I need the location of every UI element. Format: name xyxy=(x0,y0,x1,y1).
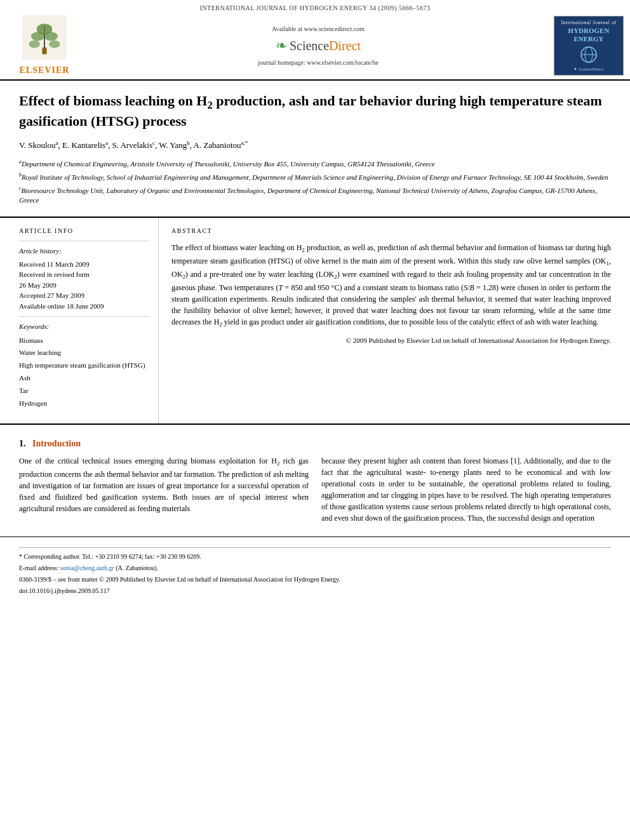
available-online-date: Available online 18 June 2009 xyxy=(19,301,149,312)
keyword-ash: Ash xyxy=(19,372,149,385)
sciencedirect-text: ScienceDirect xyxy=(290,37,361,55)
email-link[interactable]: sonia@cheng.auth.gr xyxy=(60,564,114,571)
main-content: 1. Introduction One of the critical tech… xyxy=(0,425,630,537)
journal-header: INTERNATIONAL JOURNAL OF HYDROGEN ENERGY… xyxy=(0,0,630,81)
hydrogen-energy-logo: International Journal of HYDROGENENERGY … xyxy=(554,16,624,76)
elsevier-tree-icon xyxy=(22,15,67,60)
keywords-label: Keywords: xyxy=(19,322,149,331)
svg-rect-7 xyxy=(43,48,47,55)
available-text: Available at www.sciencedirect.com xyxy=(83,25,554,34)
svg-point-5 xyxy=(29,40,41,48)
introduction-title: 1. Introduction xyxy=(19,437,611,450)
sciencedirect-leaf-icon: ❧ xyxy=(276,36,287,56)
footer-divider xyxy=(19,547,611,548)
hydrogen-title: HYDROGENENERGY xyxy=(558,27,619,43)
right-col: because they present higher ash content … xyxy=(321,455,611,524)
affiliation-c: cBioresource Technology Unit, Laboratory… xyxy=(19,185,611,205)
abstract-title: ABSTRACT xyxy=(171,227,611,236)
article-body: ARTICLE INFO Article history: Received 1… xyxy=(0,218,630,425)
article-info: ARTICLE INFO Article history: Received 1… xyxy=(19,218,159,423)
received-date: Received 11 March 2009 xyxy=(19,259,149,270)
hydrogen-globe-icon xyxy=(576,45,601,64)
header-logos: ELSEVIER Available at www.sciencedirect.… xyxy=(0,15,630,77)
affiliation-b: bRoyal Institute of Technology, School o… xyxy=(19,171,611,182)
title-section: Effect of biomass leaching on H2 product… xyxy=(0,81,630,218)
article-info-title: ARTICLE INFO xyxy=(19,227,149,236)
email-note: E-mail address: sonia@cheng.auth.gr (A. … xyxy=(19,563,611,573)
corresponding-note: * Corresponding author. Tel.: +30 2310 9… xyxy=(19,552,611,562)
article-history-section: Article history: Received 11 March 2009 … xyxy=(19,241,149,316)
keyword-htsg: High temperature steam gasification (HTS… xyxy=(19,359,149,372)
keywords-section: Keywords: Biomass Water leaching High te… xyxy=(19,316,149,415)
journal-header-text: INTERNATIONAL JOURNAL OF HYDROGEN ENERGY… xyxy=(0,4,630,13)
footer-section: * Corresponding author. Tel.: +30 2310 9… xyxy=(0,537,630,603)
journal-homepage: journal homepage: www.elsevier.com/locat… xyxy=(83,58,554,67)
paper-title: Effect of biomass leaching on H2 product… xyxy=(19,92,611,130)
hydrogen-box: International Journal of HYDROGENENERGY … xyxy=(554,16,624,76)
issn-note: 0360-3199/$ – see front matter © 2009 Pu… xyxy=(19,575,611,585)
sciencedirect-center: Available at www.sciencedirect.com ❧ Sci… xyxy=(83,25,554,67)
keyword-hydrogen: Hydrogen xyxy=(19,397,149,410)
hydrogen-icon xyxy=(558,45,619,67)
revised-date: Received in revised form26 May 2009 xyxy=(19,269,149,290)
sciencedirect-logo: ❧ ScienceDirect xyxy=(83,36,554,56)
keyword-tar: Tar xyxy=(19,385,149,397)
keywords-list: Biomass Water leaching High temperature … xyxy=(19,335,149,410)
two-columns: One of the critical technical issues eme… xyxy=(19,455,611,524)
elsevier-logo: ELSEVIER xyxy=(6,15,83,77)
abstract-copyright: © 2009 Published by Elsevier Ltd on beha… xyxy=(171,336,611,345)
svg-point-4 xyxy=(44,32,58,41)
section-name: Introduction xyxy=(32,439,81,448)
accepted-date: Accepted 27 May 2009 xyxy=(19,290,149,301)
doi-note: doi:10.1016/j.ijhydene.2009.05.117 xyxy=(19,586,611,596)
hydrogen-subtitle: International Journal of xyxy=(558,19,619,26)
abstract-section: ABSTRACT The effect of biomass water lea… xyxy=(159,218,611,423)
svg-point-3 xyxy=(31,32,44,41)
keyword-biomass: Biomass xyxy=(19,335,149,347)
sd-logo-small: ✦ ScienceDirect xyxy=(558,67,619,73)
elsevier-label: ELSEVIER xyxy=(6,64,83,77)
svg-point-6 xyxy=(49,40,60,48)
abstract-text: The effect of biomass water leaching on … xyxy=(171,242,611,330)
section-number: 1. xyxy=(19,439,26,448)
keyword-water-leaching: Water leaching xyxy=(19,347,149,359)
authors: V. Skouloua, E. Kantarelisa, S. Arvelaki… xyxy=(19,139,611,152)
history-label: Article history: xyxy=(19,246,149,256)
left-col: One of the critical technical issues eme… xyxy=(19,455,309,524)
affiliation-a: aDepartment of Chemical Engineering, Ari… xyxy=(19,158,611,169)
